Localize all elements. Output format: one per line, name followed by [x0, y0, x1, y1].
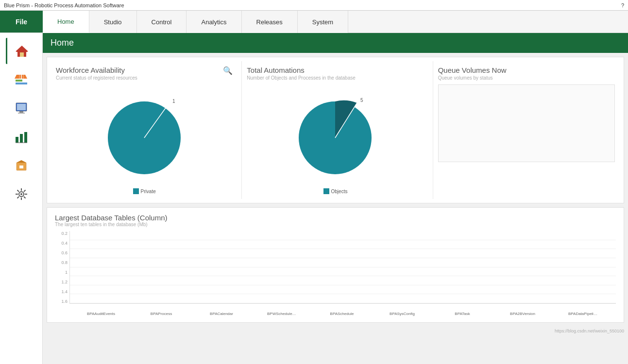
svg-rect-16: [20, 134, 23, 143]
svg-rect-6: [16, 80, 22, 82]
automations-pie-chart: 5: [287, 89, 384, 182]
file-menu[interactable]: File: [0, 11, 43, 33]
y-label-3: 1: [65, 270, 68, 275]
y-label-0: 1.6: [61, 299, 68, 304]
svg-rect-13: [19, 111, 23, 113]
bar-value: 0.14: [458, 304, 466, 309]
zoom-icon[interactable]: 🔍: [223, 66, 233, 75]
help-char[interactable]: ?: [621, 2, 624, 8]
bar-value: 0.07: [579, 304, 587, 309]
svg-rect-12: [17, 104, 26, 110]
title-bar: Blue Prism - Robotic Process Automation …: [0, 0, 628, 11]
y-label-4: 0.8: [61, 260, 68, 265]
bar-chart-subtitle: The largest ten tables in the database (…: [55, 222, 616, 227]
total-automations-widget: Total Automations Number of Objects and …: [241, 61, 428, 199]
bar-value: 0.14: [338, 304, 346, 309]
home-icon: [14, 43, 30, 59]
svg-text:1: 1: [172, 99, 175, 104]
svg-line-31: [17, 197, 19, 199]
bar-chart-title: Largest Database Tables (Column): [55, 214, 616, 222]
sidebar-item-studio[interactable]: [6, 66, 37, 93]
workforce-legend: Private: [133, 188, 156, 194]
sidebar-item-system[interactable]: [6, 181, 37, 207]
workforce-title: Workforce Availability: [56, 66, 233, 74]
queue-volumes-widget: Queue Volumes Now Queue volumes by statu…: [433, 61, 620, 199]
bar-value: 0.14: [218, 304, 225, 309]
bar-value: 1.52: [97, 304, 105, 309]
svg-marker-7: [15, 75, 27, 79]
bar-label: BPASysConfig: [390, 312, 415, 316]
workforce-availability-widget: 🔍 Workforce Availability Current status …: [51, 61, 238, 199]
automations-legend-text: Objects: [331, 189, 348, 194]
svg-rect-17: [24, 132, 27, 143]
bar-chart-area: 1.6 1.4 1.2 1 0.8 0.6 0.4 0.2 1.52BPAAud…: [55, 231, 616, 318]
tab-studio[interactable]: Studio: [89, 11, 137, 33]
bar-value: 0.14: [278, 304, 286, 309]
queue-chart-area: [438, 84, 615, 162]
sidebar-item-control[interactable]: [6, 95, 37, 121]
studio-icon: [14, 72, 29, 87]
main-content: Home 🔍 Workforce Availability Current st…: [43, 33, 628, 364]
svg-line-30: [24, 190, 26, 192]
svg-rect-2: [20, 52, 24, 57]
tab-analytics[interactable]: Analytics: [187, 11, 241, 33]
y-label-7: 0.2: [61, 231, 68, 236]
control-icon: [14, 100, 29, 116]
bar-chart-section: Largest Database Tables (Column) The lar…: [47, 207, 624, 323]
svg-marker-3: [16, 46, 28, 51]
watermark: https://blog.csdn.net/weixin_550100: [43, 327, 628, 335]
sidebar: [0, 33, 43, 364]
sidebar-item-analytics[interactable]: [6, 124, 37, 150]
sidebar-item-releases[interactable]: [6, 152, 37, 179]
workforce-pie-container: 1 Private: [56, 84, 233, 194]
tab-releases[interactable]: Releases: [242, 11, 298, 33]
automations-title: Total Automations: [247, 66, 424, 74]
svg-line-29: [24, 197, 26, 199]
workforce-subtitle: Current status of registered resources: [56, 75, 233, 81]
bar-value: 1.52: [157, 304, 165, 309]
bar-value: 0.14: [398, 304, 406, 309]
automations-pie-container: 5 Objects: [247, 84, 424, 194]
page-header: Home: [43, 33, 628, 53]
system-icon: [14, 186, 29, 202]
y-label-5: 0.6: [61, 250, 68, 255]
menu-tabs: Home Studio Control Analytics Releases S…: [43, 11, 628, 33]
bar-value: 0.13: [519, 304, 526, 309]
svg-rect-14: [18, 113, 25, 114]
bar-label: BPAProcess: [151, 312, 172, 316]
automations-legend-color: [323, 188, 329, 194]
y-label-1: 1.4: [61, 289, 68, 294]
svg-rect-21: [19, 165, 23, 168]
dashboard-top-row: 🔍 Workforce Availability Current status …: [47, 57, 624, 203]
automations-subtitle: Number of Objects and Processes in the d…: [247, 75, 424, 81]
workforce-legend-color: [133, 188, 139, 194]
y-label-6: 0.4: [61, 241, 68, 246]
svg-line-28: [17, 190, 19, 192]
bar-label: BPACalendar: [210, 312, 233, 316]
analytics-icon: [14, 129, 29, 145]
title-text: Blue Prism - Robotic Process Automation …: [4, 2, 124, 8]
workforce-legend-text: Private: [141, 189, 156, 194]
bar-label: BPAAuditEvents: [87, 312, 115, 316]
tab-home[interactable]: Home: [43, 11, 89, 33]
y-label-2: 1.2: [61, 280, 68, 284]
bar-y-axis: 1.6 1.4 1.2 1 0.8 0.6 0.4 0.2: [55, 231, 69, 304]
svg-rect-5: [16, 83, 27, 84]
bars-container: 1.52BPAAuditEvents1.52BPAProcess0.14BPAC…: [69, 231, 616, 304]
svg-text:5: 5: [360, 98, 363, 103]
sidebar-item-home[interactable]: [6, 38, 37, 64]
svg-marker-20: [17, 160, 26, 163]
page-title: Home: [51, 38, 74, 48]
tab-control[interactable]: Control: [137, 11, 187, 33]
bar-label: BPATask: [455, 312, 470, 316]
svg-point-23: [20, 193, 22, 195]
tab-system[interactable]: System: [298, 11, 348, 33]
automations-legend: Objects: [323, 188, 348, 194]
queue-title: Queue Volumes Now: [438, 66, 615, 74]
bar-label: BPWScheduleList: [267, 312, 296, 316]
workforce-pie-chart: 1: [96, 89, 193, 182]
bar-label: BPASchedule: [330, 312, 354, 316]
queue-subtitle: Queue volumes by status: [438, 75, 615, 81]
svg-rect-15: [16, 137, 18, 143]
bar-label: BPA2BVersion: [510, 312, 535, 316]
